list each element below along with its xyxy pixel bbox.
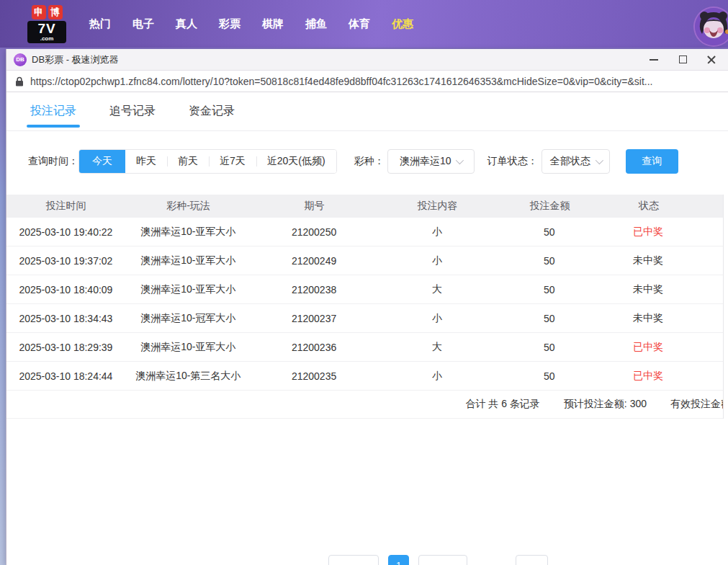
cell-lottery-play: 澳洲幸运10-亚军大小 bbox=[125, 226, 251, 239]
nav-item[interactable]: 彩票 bbox=[208, 17, 251, 31]
cell-bet-time: 2025-03-10 18:34:43 bbox=[6, 313, 125, 324]
tab[interactable]: 资金记录 bbox=[189, 92, 235, 131]
table-header-cell: 状态 bbox=[602, 200, 696, 213]
table-header-cell: 投注金额 bbox=[498, 200, 602, 213]
lock-icon bbox=[15, 76, 24, 86]
cell-issue-number: 21200250 bbox=[251, 226, 377, 238]
time-range-button[interactable]: 今天 bbox=[79, 149, 125, 174]
site-logo[interactable]: 申 博 7V .com bbox=[27, 5, 66, 43]
cell-bet-content: 小 bbox=[377, 312, 497, 325]
logo-badges: 申 博 bbox=[32, 5, 63, 19]
window-title-bar: DB DB彩票 - 极速浏览器 bbox=[6, 49, 728, 71]
nav-item[interactable]: 电子 bbox=[122, 17, 165, 31]
time-filter-label: 查询时间： bbox=[28, 155, 78, 168]
maximize-icon bbox=[679, 55, 687, 63]
chevron-down-icon bbox=[595, 156, 603, 164]
search-button[interactable]: 查询 bbox=[626, 149, 678, 174]
nav-item[interactable]: 捕鱼 bbox=[295, 17, 338, 31]
cell-bet-amount: 50 bbox=[497, 284, 601, 295]
table-header-cell: 期号 bbox=[251, 200, 377, 213]
pagination-prev-button[interactable] bbox=[328, 555, 379, 565]
table-row: 2025-03-10 18:40:09 澳洲幸运10-亚军大小 21200238… bbox=[6, 275, 723, 304]
time-range-group: 今天 昨天 前天 近7天 近20天(低频) bbox=[78, 149, 337, 174]
cell-bet-time: 2025-03-10 18:40:09 bbox=[6, 284, 125, 295]
lottery-select-value: 澳洲幸运10 bbox=[400, 155, 451, 168]
summary-total: 合计 共 6 条记录 bbox=[465, 398, 539, 411]
cell-lottery-play: 澳洲幸运10-亚军大小 bbox=[125, 341, 251, 354]
table-header-cell: 投注时间 bbox=[6, 200, 125, 213]
cell-bet-amount: 50 bbox=[497, 226, 601, 238]
table-body: 2025-03-10 19:40:22 澳洲幸运10-亚军大小 21200250… bbox=[6, 218, 723, 391]
time-range-button[interactable]: 昨天 bbox=[125, 149, 167, 174]
cell-bet-content: 大 bbox=[377, 283, 497, 296]
cell-bet-amount: 50 bbox=[497, 313, 601, 324]
cell-lottery-play: 澳洲幸运10-亚军大小 bbox=[125, 254, 251, 267]
browser-window: DB DB彩票 - 极速浏览器 https://ctop02pchwp1.zfn… bbox=[6, 49, 728, 565]
cell-lottery-play: 澳洲幸运10-冠军大小 bbox=[125, 312, 251, 325]
close-button[interactable] bbox=[706, 55, 716, 65]
table-row: 2025-03-10 18:29:39 澳洲幸运10-亚军大小 21200236… bbox=[6, 333, 723, 362]
pagination-next-button[interactable] bbox=[418, 555, 467, 565]
browser-favicon: DB bbox=[14, 53, 27, 66]
nav-item[interactable]: 热门 bbox=[78, 17, 122, 31]
time-range-button[interactable]: 前天 bbox=[167, 149, 209, 174]
cell-bet-time: 2025-03-10 19:37:02 bbox=[6, 255, 125, 267]
url-text[interactable]: https://ctop02pchwp1.zfnc84.com/lottery/… bbox=[30, 76, 652, 87]
table-header: 投注时间 彩种-玩法 期号 投注内容 投注金额 状态 bbox=[6, 195, 723, 218]
cell-status: 已中奖 bbox=[601, 341, 695, 354]
cell-issue-number: 21200238 bbox=[251, 284, 377, 295]
cell-bet-amount: 50 bbox=[497, 370, 601, 382]
filters-row: 查询时间： 今天 昨天 前天 近7天 近20天(低频) 彩种： 澳洲幸运10 bbox=[28, 149, 728, 174]
table-row: 2025-03-10 19:40:22 澳洲幸运10-亚军大小 21200250… bbox=[6, 218, 723, 246]
table-header-cell: 彩种-玩法 bbox=[125, 200, 251, 213]
tabs-row: 投注记录 追号记录 资金记录 bbox=[6, 92, 728, 131]
tab[interactable]: 追号记录 bbox=[109, 92, 156, 131]
cell-status: 已中奖 bbox=[601, 370, 695, 383]
nav-item[interactable]: 体育 bbox=[338, 17, 381, 31]
pagination: 1 bbox=[6, 555, 728, 565]
maximize-button[interactable] bbox=[678, 55, 688, 65]
time-range-button[interactable]: 近7天 bbox=[209, 149, 256, 174]
minimize-button[interactable] bbox=[649, 55, 659, 65]
cell-bet-amount: 50 bbox=[497, 342, 601, 353]
cell-bet-amount: 50 bbox=[497, 255, 601, 267]
table-row: 2025-03-10 18:34:43 澳洲幸运10-冠军大小 21200237… bbox=[6, 304, 723, 333]
summary-valid-amount: 有效投注金额 bbox=[670, 398, 723, 411]
nav-item[interactable]: 棋牌 bbox=[251, 17, 295, 31]
cell-issue-number: 21200249 bbox=[251, 255, 377, 267]
cell-bet-content: 小 bbox=[377, 226, 497, 239]
cell-issue-number: 21200236 bbox=[251, 342, 377, 353]
time-range-button[interactable]: 近20天(低频) bbox=[256, 149, 336, 174]
logo-badge-1: 申 bbox=[32, 5, 46, 19]
cell-bet-time: 2025-03-10 18:24:44 bbox=[6, 370, 125, 382]
lottery-select[interactable]: 澳洲幸运10 bbox=[387, 149, 475, 174]
chevron-down-icon bbox=[456, 156, 464, 164]
pagination-page-1[interactable]: 1 bbox=[388, 555, 409, 565]
cell-lottery-play: 澳洲幸运10-第三名大小 bbox=[125, 370, 251, 383]
nav-item[interactable]: 优惠 bbox=[381, 17, 424, 31]
cell-issue-number: 21200235 bbox=[251, 370, 377, 382]
summary-expected-amount: 预计投注金额: 300 bbox=[564, 398, 647, 411]
summary-row: 合计 共 6 条记录 预计投注金额: 300 有效投注金额 bbox=[6, 391, 723, 419]
pagination-jump-box[interactable] bbox=[516, 555, 548, 565]
order-status-select[interactable]: 全部状态 bbox=[541, 149, 610, 174]
cell-bet-content: 大 bbox=[377, 341, 497, 354]
cell-status: 已中奖 bbox=[601, 226, 695, 239]
cell-status: 未中奖 bbox=[601, 312, 695, 325]
bet-records-table: 投注时间 彩种-玩法 期号 投注内容 投注金额 状态 2025-03-10 19… bbox=[6, 195, 724, 419]
tab[interactable]: 投注记录 bbox=[30, 92, 76, 131]
logo-badge-2: 博 bbox=[48, 5, 63, 19]
nav-item[interactable]: 真人 bbox=[165, 17, 208, 31]
user-avatar[interactable] bbox=[695, 8, 728, 45]
avatar-illustration bbox=[695, 8, 728, 45]
cell-bet-time: 2025-03-10 18:29:39 bbox=[6, 342, 125, 353]
minimize-icon bbox=[650, 59, 658, 61]
main-nav: 热门 电子 真人 彩票 棋牌 捕鱼 体育 优惠 bbox=[78, 17, 424, 31]
close-icon bbox=[707, 55, 716, 64]
logo-brand: 7V .com bbox=[27, 21, 66, 43]
cell-bet-content: 小 bbox=[377, 370, 497, 383]
table-header-cell: 投注内容 bbox=[377, 200, 498, 213]
url-bar[interactable]: https://ctop02pchwp1.zfnc84.com/lottery/… bbox=[6, 71, 728, 92]
logo-brand-text: 7V bbox=[37, 22, 55, 35]
table-row: 2025-03-10 18:24:44 澳洲幸运10-第三名大小 2120023… bbox=[6, 362, 723, 391]
